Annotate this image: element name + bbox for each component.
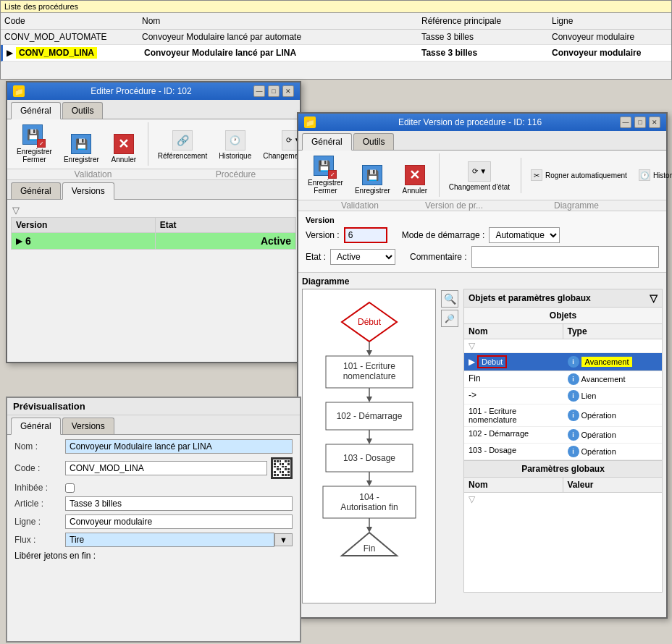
row2-ligne: Convoyeur modulaire — [552, 48, 668, 58]
params-col-valeur: Valeur — [563, 478, 663, 492]
editor1-save-close-btn[interactable]: 💾 ✓ EnregistrerFermer — [12, 122, 57, 166]
nom-102: 102 - Démarrage — [464, 427, 563, 443]
mode-select[interactable]: Automatique — [489, 227, 560, 243]
editor1-tab-general[interactable]: Général — [11, 102, 61, 119]
editor1-minimize-btn[interactable]: — — [253, 85, 265, 97]
list-table-header: Code Nom Référence principale Ligne — [1, 13, 671, 30]
preview-nom-label: Nom : — [14, 441, 65, 452]
list-row-1[interactable]: CONV_MOD_AUTOMATE Convoyeur Modulaire la… — [1, 30, 671, 45]
row1-nom: Convoyeur Modulaire lancé par automate — [142, 32, 421, 42]
qr-code-icon — [271, 457, 293, 479]
list-row-2[interactable]: ▶ CONV_MOD_LINA Convoyeur Modulaire lanc… — [1, 45, 671, 62]
params-col-nom: Nom — [464, 478, 563, 492]
nom-103: 103 - Dosage — [464, 444, 563, 459]
editor1-subtab-general[interactable]: Général — [11, 182, 61, 199]
editor1-cancel-btn[interactable]: ✕ Annuler — [106, 130, 142, 166]
editor1-main-tabs: Général Outils — [7, 100, 300, 119]
editor1-ref-label: Référencement — [158, 152, 207, 160]
editor1-validation-label: Validation — [11, 169, 175, 179]
preview-tab-versions[interactable]: Versions — [62, 418, 114, 434]
svg-text:Fin: Fin — [364, 543, 376, 554]
editor1-validation-group: 💾 ✓ EnregistrerFermer 💾 Enregistrer ✕ An… — [12, 122, 148, 166]
editor1-close-btn[interactable]: ✕ — [282, 85, 294, 97]
editor1-save-icon: 💾 — [70, 132, 93, 156]
editor2-validation-label: Validation — [302, 200, 418, 211]
editor1-controls: — □ ✕ — [253, 85, 294, 97]
editor1-maximize-btn[interactable]: □ — [268, 85, 280, 97]
col-nom: Nom — [142, 16, 421, 26]
editor2-minimize-btn[interactable]: — — [620, 116, 631, 128]
diagram-canvas: Début 101 - Ecriture nomenclature 102 - … — [302, 289, 436, 603]
editor2-state-label: Changement d'état — [449, 183, 510, 191]
version-row-arrow: ▶ — [16, 236, 22, 246]
commentaire-textarea[interactable] — [471, 246, 659, 268]
inhibee-checkbox[interactable] — [65, 483, 75, 493]
row1-ref: Tasse 3 billes — [421, 32, 552, 42]
editor2-history-btn[interactable]: 🕐 Historique — [634, 167, 672, 183]
editor1-history-btn[interactable]: 🕐 Historique — [214, 127, 256, 162]
objects-row-103[interactable]: 103 - Dosage i Opération — [464, 444, 662, 460]
editor2-title: Editer Version de procédure - ID: 116 — [320, 117, 620, 127]
editor2-close-btn[interactable]: ✕ — [649, 116, 660, 128]
version-input[interactable] — [344, 227, 387, 243]
editor1-tab-outils[interactable]: Outils — [62, 102, 104, 119]
svg-marker-12 — [366, 438, 372, 444]
diagram-section: Diagramme Début 101 - Ecriture nomenclat… — [298, 273, 666, 607]
flux-dropdown-btn[interactable]: ▼ — [274, 533, 293, 546]
editor2-cancel-label: Annuler — [403, 187, 427, 195]
editor2-save-btn[interactable]: 💾 Enregistrer — [350, 161, 395, 197]
preview-tab-general[interactable]: Général — [11, 418, 61, 435]
row2-code: CONV_MOD_LINA — [16, 47, 97, 59]
editor1-window: 📁 Editer Procédure - ID: 102 — □ ✕ Génér… — [6, 81, 301, 363]
objects-row-fin[interactable]: Fin i Avancement — [464, 371, 662, 388]
objects-row-arrow[interactable]: -> i Lien — [464, 388, 662, 404]
editor2-version-label: Version de pr... — [418, 200, 490, 211]
mode-label: Mode de démarrage : — [402, 230, 485, 240]
editor2-state-btn[interactable]: ⟳ ▼ Changement d'état — [444, 158, 515, 193]
row1-code: CONV_MOD_AUTOMATE — [4, 32, 142, 42]
editor1-cancel-label: Annuler — [112, 156, 136, 164]
versions-row-1[interactable]: ▶ 6 Active — [12, 233, 296, 250]
editor2-state-icon: ⟳ ▼ — [468, 160, 491, 183]
editor1-ref-btn[interactable]: 🔗 Référencement — [153, 127, 212, 162]
editor1-save-btn[interactable]: 💾 Enregistrer — [59, 130, 104, 166]
nom-101: 101 - Ecriture nomenclature — [464, 404, 563, 426]
editor2-tab-outils[interactable]: Outils — [353, 133, 395, 150]
svg-text:103 - Dosage: 103 - Dosage — [343, 453, 395, 463]
etat-label: Etat : — [306, 252, 326, 262]
editor2-save-close-icon: 💾 ✓ — [314, 156, 337, 179]
diagram-container: Début 101 - Ecriture nomenclature 102 - … — [302, 289, 663, 603]
editor2-diagram-label: Diagramme — [490, 200, 663, 211]
editor1-toolbar: 💾 ✓ EnregistrerFermer 💾 Enregistrer ✕ An… — [7, 119, 300, 169]
col-code: Code — [4, 16, 142, 26]
col-ligne: Ligne — [552, 16, 668, 26]
editor1-subtab-versions[interactable]: Versions — [62, 182, 114, 200]
editor2-trim-btn[interactable]: ✂ Rogner automatiquement — [526, 167, 632, 183]
fin-nom: Fin — [464, 371, 563, 387]
objects-row-101[interactable]: 101 - Ecriture nomenclature i Opération — [464, 404, 662, 427]
objects-row-debut[interactable]: ▶ Debut i Avancement — [464, 353, 662, 371]
zoom-out-btn[interactable]: 🔎 — [441, 310, 458, 327]
editor2-maximize-btn[interactable]: □ — [634, 116, 646, 128]
editor1-sub-tabs: Général Versions — [7, 180, 300, 200]
editor1-versions-section: ▽ Version Etat ▶ 6 Active — [7, 200, 300, 253]
preview-ligne-label: Ligne : — [14, 517, 65, 527]
etat-select[interactable]: Active — [330, 249, 395, 265]
editor2-version-group: ⟳ ▼ Changement d'état — [444, 158, 521, 193]
editor2-cancel-btn[interactable]: ✕ Annuler — [397, 161, 433, 197]
diagram-tools: 🔍 🔎 — [440, 289, 460, 603]
preview-row-inhibee: Inhibée : — [14, 483, 293, 493]
objects-row-102[interactable]: 102 - Démarrage i Opération — [464, 427, 662, 444]
editor2-save-close-label: EnregistrerFermer — [308, 179, 343, 195]
svg-text:Autorisation fin: Autorisation fin — [340, 502, 398, 512]
editor2-history-label: Historique — [653, 171, 672, 179]
preview-form: Nom : Convoyeur Modulaire lancé par LINA… — [7, 435, 300, 569]
preview-tabs: Général Versions — [7, 415, 300, 435]
editor2-save-close-btn[interactable]: 💾 ✓ EnregistrerFermer — [303, 153, 348, 197]
editor2-tab-general[interactable]: Général — [302, 133, 352, 151]
row2-arrow: ▶ — [7, 48, 13, 58]
editor1-title-bar: 📁 Editer Procédure - ID: 102 — □ ✕ — [7, 82, 300, 100]
params-filter-row: ▽ — [464, 493, 662, 506]
zoom-in-btn[interactable]: 🔍 — [441, 290, 458, 308]
svg-marker-3 — [366, 350, 372, 356]
